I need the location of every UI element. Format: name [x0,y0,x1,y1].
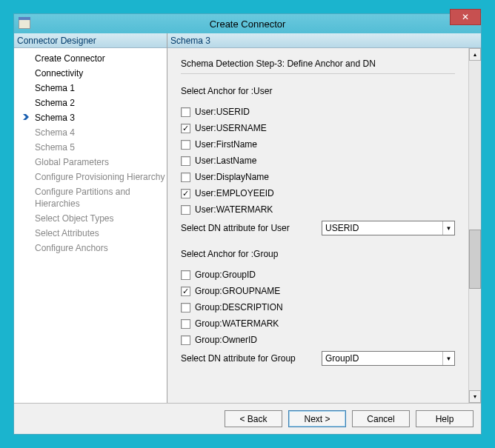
close-button[interactable]: ✕ [450,9,481,25]
checkbox-icon [181,303,190,312]
user-dn-value: USERID [325,223,359,233]
group-anchor-label: Select Anchor for :Group [181,249,455,259]
separator [181,73,455,74]
content-wrap: Schema Detection Step-3: Define Anchor a… [167,48,481,403]
user-firstname-row[interactable]: User:FirstName [181,139,455,150]
user-dn-row: Select DN attribute for User USERID ▼ [181,221,455,235]
scroll-up-button[interactable]: ▴ [469,48,481,61]
nav-schema-5: Schema 5 [14,140,167,155]
checkbox-icon [181,156,190,166]
checkbox-label: User:EMPLOYEEID [195,188,274,198]
checkbox-icon [181,335,190,345]
checkbox-icon [181,287,190,296]
nav-create-connector[interactable]: Create Connector [14,51,167,66]
scroll-down-button[interactable]: ▾ [469,390,481,403]
nav-schema-3[interactable]: Schema 3 [14,110,167,125]
scroll-thumb[interactable] [469,230,481,289]
checkbox-icon [181,205,190,215]
checkbox-label: Group:WATERMARK [195,318,279,329]
user-username-row[interactable]: User:USERNAME [181,123,455,133]
right-panel-header: Schema 3 [167,33,481,48]
chevron-down-icon: ▼ [442,221,454,235]
checkbox-label: User:WATERMARK [195,204,273,215]
checkbox-icon [181,124,190,133]
nav-connectivity[interactable]: Connectivity [14,66,167,81]
user-userid-row[interactable]: User:USERID [181,107,455,117]
checkbox-label: Group:OwnerID [195,335,257,345]
checkbox-label: User:LastName [195,156,256,166]
button-bar: < Back Next > Cancel Help [14,403,481,434]
nav-schema-2[interactable]: Schema 2 [14,96,167,110]
group-dn-row: Select DN attribute for Group GroupID ▼ [181,351,455,366]
checkbox-icon [181,189,190,198]
user-anchor-label: Select Anchor for :User [181,86,455,96]
dialog-body: Connector Designer Create Connector Conn… [14,33,481,403]
user-employeeid-row[interactable]: User:EMPLOYEEID [181,188,455,198]
step-title: Schema Detection Step-3: Define Anchor a… [181,58,455,69]
checkbox-icon [181,319,190,329]
nav-global-parameters: Global Parameters [14,155,167,170]
user-displayname-row[interactable]: User:DisplayName [181,172,455,182]
nav-select-object-types: Select Object Types [14,211,167,226]
group-ownerid-row[interactable]: Group:OwnerID [181,335,455,345]
checkbox-label: User:USERNAME [195,123,267,133]
help-button[interactable]: Help [416,410,474,427]
nav-list: Create Connector Connectivity Schema 1 S… [14,48,167,403]
checkbox-label: Group:DESCRIPTION [195,302,283,312]
titlebar: Create Connector ✕ [14,14,481,33]
group-watermark-row[interactable]: Group:WATERMARK [181,318,455,329]
checkbox-icon [181,107,190,117]
user-dn-label: Select DN attribute for User [181,223,322,233]
checkbox-icon [181,173,190,182]
checkbox-label: Group:GROUPNAME [195,286,280,296]
group-dn-value: GroupID [325,353,359,364]
vertical-scrollbar[interactable]: ▴ ▾ [468,48,481,403]
nav-select-attributes: Select Attributes [14,226,167,241]
nav-schema-1[interactable]: Schema 1 [14,81,167,96]
group-dn-label: Select DN attribute for Group [181,353,322,364]
user-dn-select[interactable]: USERID ▼ [322,221,455,235]
right-panel: Schema 3 Schema Detection Step-3: Define… [167,33,481,403]
left-panel-header: Connector Designer [14,33,167,48]
scroll-track[interactable] [469,61,481,390]
chevron-down-icon: ▼ [442,352,454,365]
group-dn-select[interactable]: GroupID ▼ [322,351,455,366]
nav-schema-4: Schema 4 [14,125,167,140]
checkbox-label: User:USERID [195,107,250,117]
close-icon: ✕ [462,12,469,22]
nav-configure-anchors: Configure Anchors [14,241,167,255]
window-title: Create Connector [14,19,481,30]
checkbox-icon [181,270,190,280]
group-groupid-row[interactable]: Group:GroupID [181,270,455,280]
next-button[interactable]: Next > [288,410,346,427]
group-description-row[interactable]: Group:DESCRIPTION [181,302,455,312]
nav-provisioning-hierarchy: Configure Provisioning Hierarchy [14,170,167,184]
cancel-button[interactable]: Cancel [352,410,410,427]
left-panel: Connector Designer Create Connector Conn… [14,33,167,403]
checkbox-label: Group:GroupID [195,270,256,280]
content-area: Schema Detection Step-3: Define Anchor a… [167,48,468,403]
checkbox-label: User:FirstName [195,139,257,150]
dialog-window: Create Connector ✕ Connector Designer Cr… [13,13,482,435]
back-button[interactable]: < Back [225,410,282,427]
checkbox-label: User:DisplayName [195,172,269,182]
checkbox-icon [181,140,190,150]
group-groupname-row[interactable]: Group:GROUPNAME [181,286,455,296]
nav-partitions-hierarchies: Configure Partitions and Hierarchies [14,184,167,211]
user-watermark-row[interactable]: User:WATERMARK [181,204,455,215]
user-lastname-row[interactable]: User:LastName [181,156,455,166]
